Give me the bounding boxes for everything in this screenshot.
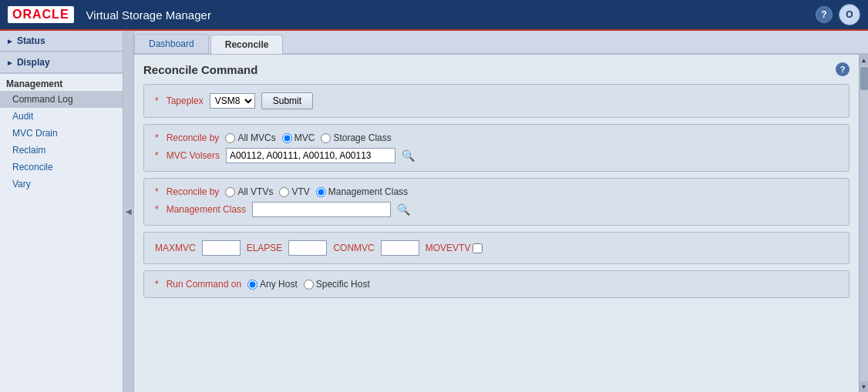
specific-host-radio[interactable] bbox=[304, 280, 314, 290]
page-title: Reconcile Command bbox=[143, 63, 257, 76]
scroll-down-arrow[interactable]: ▼ bbox=[860, 381, 869, 392]
sidebar-management-label: Management bbox=[0, 74, 123, 91]
submit-button[interactable]: Submit bbox=[261, 92, 313, 109]
conmvc-label: CONMVC bbox=[333, 243, 374, 253]
mvc-reconcile-by-label: Reconcile by bbox=[167, 132, 220, 143]
vtv-radio-all-vtvs[interactable]: All VTVs bbox=[225, 186, 273, 197]
vtv-mgmt-class-radio[interactable] bbox=[316, 187, 326, 197]
sidebar: ► Status ► Display Management Command Lo… bbox=[0, 31, 123, 392]
tapeplex-required-star: * bbox=[155, 95, 159, 106]
all-mvcs-label: All MVCs bbox=[237, 132, 275, 143]
maxmvc-input[interactable] bbox=[202, 240, 241, 256]
mgmt-class-row: * Management Class 🔍 bbox=[155, 202, 838, 217]
scrollbar[interactable]: ▲ ▼ bbox=[859, 55, 868, 392]
scroll-up-arrow[interactable]: ▲ bbox=[860, 55, 869, 65]
elapse-input[interactable] bbox=[288, 240, 327, 256]
section-run-command: * Run Command on Any Host Specific Host bbox=[143, 270, 849, 298]
sidebar-item-vary[interactable]: Vary bbox=[0, 176, 123, 193]
tabs-bar: Dashboard Reconcile bbox=[134, 31, 868, 55]
mvc-radio-all-mvcs[interactable]: All MVCs bbox=[225, 132, 275, 143]
section-mvc: * Reconcile by All MVCs MVC Storage bbox=[143, 124, 849, 172]
mgmt-class-input[interactable] bbox=[252, 202, 391, 217]
maxmvc-label: MAXMVC bbox=[155, 243, 196, 253]
main-wrapper: Reconcile Command ? * Tapeplex VSM8 Subm… bbox=[134, 55, 868, 392]
tab-reconcile[interactable]: Reconcile bbox=[210, 35, 284, 54]
mvc-mvc-radio[interactable] bbox=[282, 133, 292, 143]
volsers-required-star: * bbox=[155, 150, 159, 161]
conmvc-input[interactable] bbox=[381, 240, 419, 256]
any-host-label: Any Host bbox=[260, 279, 298, 290]
sidebar-status-header[interactable]: ► Status bbox=[0, 31, 123, 52]
run-command-required-star: * bbox=[155, 279, 159, 290]
oracle-brand-text: ORACLE bbox=[8, 6, 74, 23]
elapse-label: ELAPSE bbox=[247, 243, 283, 253]
vtv-radio-mgmt-class[interactable]: Management Class bbox=[316, 186, 408, 197]
vtv-reconcile-by-label: Reconcile by bbox=[167, 186, 220, 197]
header-user-button[interactable]: O bbox=[839, 4, 860, 25]
mgmt-class-required-star: * bbox=[155, 204, 159, 215]
tapeplex-label: Tapeplex bbox=[167, 95, 204, 106]
vtv-reconcile-by-row: * Reconcile by All VTVs VTV Manageme bbox=[155, 186, 838, 197]
sidebar-item-command-log[interactable]: Command Log bbox=[0, 91, 123, 108]
specific-host-label: Specific Host bbox=[316, 279, 370, 290]
movevtv-checkbox-label[interactable]: MOVEVTV bbox=[426, 243, 483, 253]
vtv-all-vtvs-radio[interactable] bbox=[225, 187, 235, 197]
sidebar-item-mvc-drain[interactable]: MVC Drain bbox=[0, 125, 123, 142]
oracle-logo: ORACLE Virtual Storage Manager bbox=[8, 6, 211, 23]
status-arrow-icon: ► bbox=[6, 37, 14, 45]
mgmt-class-search-icon[interactable]: 🔍 bbox=[397, 203, 410, 216]
header-icons: ? O bbox=[816, 4, 860, 25]
mvc-label: MVC bbox=[294, 132, 315, 143]
run-any-host-option[interactable]: Any Host bbox=[247, 279, 298, 290]
mgmt-class-option-label: Management Class bbox=[328, 186, 408, 197]
display-arrow-icon: ► bbox=[6, 59, 14, 67]
mvc-volsers-search-icon[interactable]: 🔍 bbox=[402, 149, 415, 162]
scroll-thumb[interactable] bbox=[860, 67, 868, 90]
sidebar-display-label: Display bbox=[17, 57, 50, 68]
movevtv-checkbox[interactable] bbox=[473, 243, 483, 253]
content-header: Reconcile Command ? bbox=[143, 62, 849, 76]
header-help-button[interactable]: ? bbox=[816, 6, 833, 23]
section-vtv: * Reconcile by All VTVs VTV Manageme bbox=[143, 178, 849, 226]
tapeplex-row: * Tapeplex VSM8 Submit bbox=[155, 92, 838, 109]
vtv-vtv-radio[interactable] bbox=[279, 187, 289, 197]
run-command-label: Run Command on bbox=[167, 279, 241, 290]
main-content: Dashboard Reconcile Reconcile Command ? … bbox=[134, 31, 868, 392]
sidebar-display-header[interactable]: ► Display bbox=[0, 52, 123, 73]
main-layout: ► Status ► Display Management Command Lo… bbox=[0, 31, 868, 392]
mvc-reconcile-by-row: * Reconcile by All MVCs MVC Storage bbox=[155, 132, 838, 143]
tapeplex-select[interactable]: VSM8 bbox=[210, 93, 255, 109]
app-title: Virtual Storage Manager bbox=[86, 8, 211, 22]
mvc-storage-class-radio[interactable] bbox=[321, 133, 331, 143]
content-area: Reconcile Command ? * Tapeplex VSM8 Subm… bbox=[134, 55, 859, 392]
mvc-required-star: * bbox=[155, 132, 159, 143]
section-params: MAXMVC ELAPSE CONMVC MOVEVTV bbox=[143, 232, 849, 264]
content-help-button[interactable]: ? bbox=[836, 62, 849, 76]
mvc-volsers-row: * MVC Volsers 🔍 bbox=[155, 148, 838, 163]
all-vtvs-label: All VTVs bbox=[237, 186, 273, 197]
movevtv-label: MOVEVTV bbox=[426, 243, 471, 253]
sidebar-item-reconcile[interactable]: Reconcile bbox=[0, 159, 123, 176]
sidebar-collapse-handle[interactable]: ◀ bbox=[123, 31, 134, 392]
mvc-radio-storage-class[interactable]: Storage Class bbox=[321, 132, 391, 143]
mvc-radio-mvc[interactable]: MVC bbox=[282, 132, 315, 143]
sidebar-item-reclaim[interactable]: Reclaim bbox=[0, 142, 123, 159]
mgmt-class-label: Management Class bbox=[167, 204, 246, 215]
mvc-volsers-input[interactable] bbox=[226, 148, 395, 163]
run-command-row: * Run Command on Any Host Specific Host bbox=[155, 279, 838, 290]
sidebar-section-status: ► Status bbox=[0, 31, 123, 52]
sidebar-section-display: ► Display bbox=[0, 52, 123, 74]
vtv-label: VTV bbox=[291, 186, 309, 197]
vtv-required-star: * bbox=[155, 186, 159, 197]
run-specific-host-option[interactable]: Specific Host bbox=[304, 279, 370, 290]
params-row: MAXMVC ELAPSE CONMVC MOVEVTV bbox=[155, 240, 838, 256]
section-tapeplex: * Tapeplex VSM8 Submit bbox=[143, 84, 849, 118]
header: ORACLE Virtual Storage Manager ? O bbox=[0, 0, 868, 31]
sidebar-status-label: Status bbox=[17, 35, 45, 46]
mvc-all-mvcs-radio[interactable] bbox=[225, 133, 235, 143]
sidebar-item-audit[interactable]: Audit bbox=[0, 108, 123, 125]
vtv-radio-vtv[interactable]: VTV bbox=[279, 186, 309, 197]
any-host-radio[interactable] bbox=[247, 280, 257, 290]
mvc-volsers-label: MVC Volsers bbox=[167, 150, 220, 161]
tab-dashboard[interactable]: Dashboard bbox=[134, 34, 209, 53]
